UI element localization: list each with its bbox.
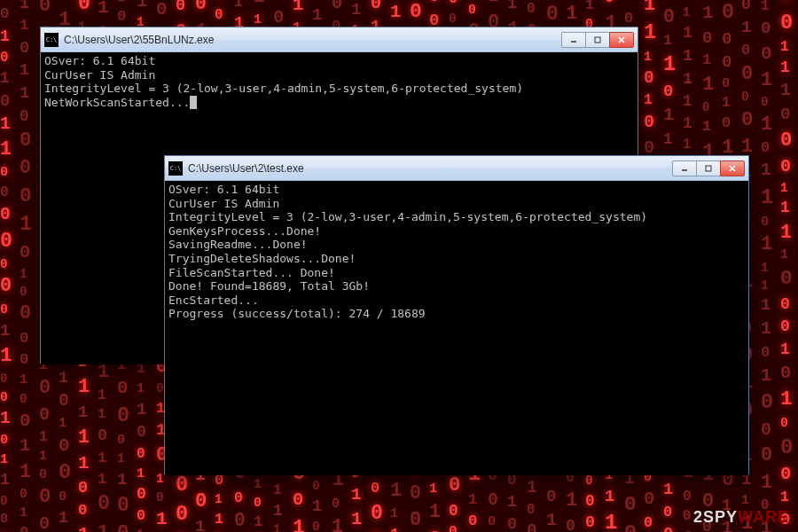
svg-rect-5 — [706, 166, 711, 171]
maximize-button[interactable] — [585, 32, 610, 48]
console-window-2: C:\Users\User\2\test.exe OSver: 6.1 64bi… — [164, 155, 749, 474]
close-button[interactable] — [720, 160, 745, 176]
titlebar[interactable]: C:\Users\User\2\test.exe — [165, 156, 748, 181]
window-controls — [673, 160, 745, 176]
console-icon — [168, 161, 183, 176]
minimize-button[interactable] — [672, 160, 697, 176]
window-title: C:\Users\User\2\test.exe — [188, 162, 673, 175]
svg-line-3 — [619, 37, 624, 43]
minimize-button[interactable] — [561, 32, 586, 48]
watermark-part1: 2SPY — [693, 508, 738, 526]
console-icon — [44, 33, 59, 47]
svg-rect-1 — [595, 37, 600, 43]
watermark-part2: WARE — [738, 508, 789, 526]
watermark: 2SPYWARE — [693, 508, 789, 527]
close-button[interactable] — [609, 32, 634, 48]
svg-line-7 — [730, 166, 735, 171]
window-title: C:\Users\User\2\55BnLUNz.exe — [64, 34, 562, 46]
svg-line-6 — [730, 166, 735, 171]
window-controls — [562, 32, 634, 48]
titlebar[interactable]: C:\Users\User\2\55BnLUNz.exe — [41, 27, 638, 52]
svg-line-2 — [619, 37, 624, 43]
console-output: OSver: 6.1 64bit CurUser IS Admin Integr… — [165, 181, 748, 475]
maximize-button[interactable] — [696, 160, 721, 176]
